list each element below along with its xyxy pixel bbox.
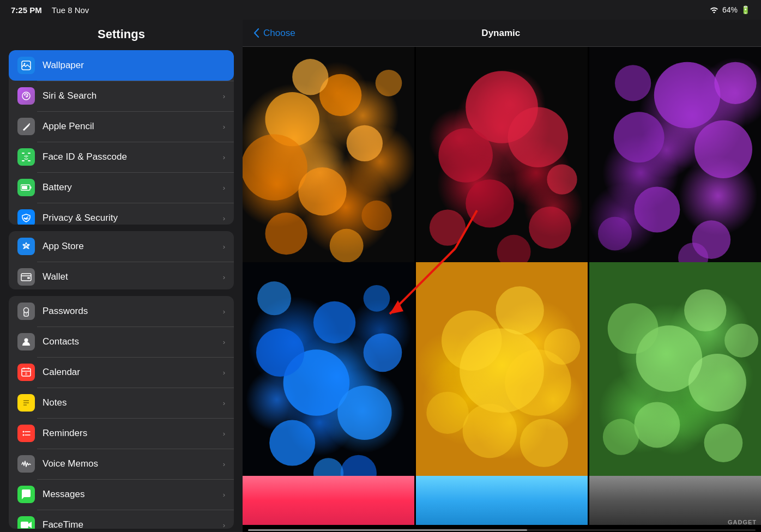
svg-point-64 xyxy=(257,281,291,315)
wallpaper-bottom-2[interactable] xyxy=(416,476,588,525)
sidebar-item-reminders[interactable]: Reminders › xyxy=(9,418,234,449)
wallpaper-cell-6[interactable] xyxy=(589,262,761,476)
sidebar-label-calendar: Calendar xyxy=(43,367,223,378)
appstore-icon xyxy=(17,238,35,255)
wallpaper-bottom-3[interactable] xyxy=(589,476,761,525)
sidebar-item-privacy[interactable]: Privacy & Security › xyxy=(9,203,234,225)
sidebar-label-wallet: Wallet xyxy=(43,271,223,282)
sidebar-label-messages: Messages xyxy=(43,489,223,500)
reminders-icon xyxy=(17,425,35,442)
faceid-icon xyxy=(17,148,35,166)
svg-point-58 xyxy=(256,329,304,377)
sidebar-item-faceid[interactable]: Face ID & Passcode › xyxy=(9,142,234,172)
battery-text: 64% xyxy=(722,5,738,14)
wallpaper-cell-3[interactable] xyxy=(589,47,761,276)
wallpaper-cell-1[interactable] xyxy=(243,47,414,276)
contacts-icon xyxy=(17,333,35,350)
sidebar: Settings Wallpaper xyxy=(0,20,243,532)
svg-point-35 xyxy=(361,201,391,231)
svg-point-82 xyxy=(724,324,758,358)
chevron-icon-battery: › xyxy=(223,184,225,192)
chevron-icon-appstore: › xyxy=(223,243,225,251)
facetime-icon xyxy=(17,516,35,529)
pencil-icon xyxy=(17,118,35,135)
sidebar-title: Settings xyxy=(0,20,243,47)
sidebar-label-battery: Battery xyxy=(43,182,223,193)
svg-point-79 xyxy=(704,424,743,462)
sidebar-item-battery[interactable]: Battery › xyxy=(9,172,234,203)
privacy-icon xyxy=(17,209,35,225)
battery-sidebar-icon xyxy=(17,179,35,196)
scrollbar-area[interactable] xyxy=(243,528,761,532)
scrollbar-thumb xyxy=(248,529,527,531)
wallpaper-cell-4[interactable] xyxy=(243,262,414,476)
wallpaper-cell-5[interactable] xyxy=(416,262,588,476)
sidebar-item-wallpaper[interactable]: Wallpaper xyxy=(9,50,234,81)
battery-icon: 🔋 xyxy=(741,5,750,14)
sidebar-item-passwords[interactable]: Passwords › xyxy=(9,296,234,327)
svg-point-44 xyxy=(529,207,571,249)
wallpaper-icon xyxy=(17,57,35,74)
svg-point-45 xyxy=(430,209,466,245)
svg-point-74 xyxy=(544,329,580,365)
svg-point-54 xyxy=(714,62,756,104)
sidebar-group-3: Passwords › Contacts › xyxy=(9,296,234,529)
chevron-icon-privacy: › xyxy=(223,214,225,222)
watermark: GADGET xyxy=(728,519,757,525)
svg-point-38 xyxy=(292,59,328,95)
scrollbar-track xyxy=(248,529,756,531)
svg-point-16 xyxy=(24,308,29,313)
svg-point-18 xyxy=(25,338,28,342)
svg-point-59 xyxy=(337,386,391,440)
svg-rect-6 xyxy=(22,160,25,161)
chevron-icon-passwords: › xyxy=(223,307,225,316)
status-icons: 64% 🔋 xyxy=(709,5,750,15)
back-button[interactable]: Choose xyxy=(253,28,295,39)
sidebar-item-pencil[interactable]: Apple Pencil › xyxy=(9,111,234,142)
wallpaper-bottom-1[interactable] xyxy=(243,476,414,525)
bottom-row: GADGET xyxy=(243,476,761,528)
chevron-icon-facetime: › xyxy=(223,521,225,529)
sidebar-item-siri[interactable]: Siri & Search › xyxy=(9,81,234,111)
siri-icon xyxy=(17,87,35,105)
svg-point-47 xyxy=(547,165,577,195)
sidebar-item-appstore[interactable]: App Store › xyxy=(9,231,234,262)
sidebar-label-privacy: Privacy & Security xyxy=(43,213,223,223)
svg-point-65 xyxy=(364,285,390,312)
sidebar-item-notes[interactable]: Notes › xyxy=(9,388,234,418)
svg-point-80 xyxy=(603,419,639,455)
svg-point-36 xyxy=(265,213,307,255)
chevron-icon-messages: › xyxy=(223,491,225,499)
sidebar-label-notes: Notes xyxy=(43,397,223,408)
svg-point-62 xyxy=(269,420,315,466)
svg-point-17 xyxy=(26,313,27,315)
sidebar-item-wallet[interactable]: Wallet › xyxy=(9,262,234,289)
svg-point-61 xyxy=(364,333,402,372)
wallpaper-cell-2[interactable] xyxy=(416,47,588,276)
svg-rect-15 xyxy=(27,277,30,279)
svg-point-9 xyxy=(27,156,28,157)
svg-text:8: 8 xyxy=(25,372,27,376)
svg-point-50 xyxy=(694,120,752,178)
messages-icon xyxy=(17,486,35,503)
sidebar-label-wallpaper: Wallpaper xyxy=(43,60,225,71)
chevron-icon-siri: › xyxy=(223,92,225,100)
svg-point-76 xyxy=(608,303,659,354)
svg-point-42 xyxy=(508,107,569,168)
sidebar-item-calendar[interactable]: 8 Calendar › xyxy=(9,357,234,388)
sidebar-label-facetime: FaceTime xyxy=(43,519,223,529)
calendar-icon: 8 xyxy=(17,364,35,381)
sidebar-item-contacts[interactable]: Contacts › xyxy=(9,327,234,357)
svg-point-39 xyxy=(376,70,402,96)
sidebar-label-reminders: Reminders xyxy=(43,428,223,439)
sidebar-item-voicememos[interactable]: Voice Memos › xyxy=(9,449,234,479)
sidebar-label-siri: Siri & Search xyxy=(43,90,223,101)
sidebar-item-messages[interactable]: Messages › xyxy=(9,479,234,510)
svg-point-55 xyxy=(615,65,651,101)
main-header: Choose Dynamic xyxy=(243,20,761,47)
sidebar-label-appstore: App Store xyxy=(43,241,223,252)
sidebar-item-facetime[interactable]: FaceTime › xyxy=(9,510,234,529)
sidebar-group-1: Wallpaper Siri & Search › xyxy=(9,50,234,225)
notes-icon xyxy=(17,394,35,412)
svg-rect-5 xyxy=(28,153,31,154)
